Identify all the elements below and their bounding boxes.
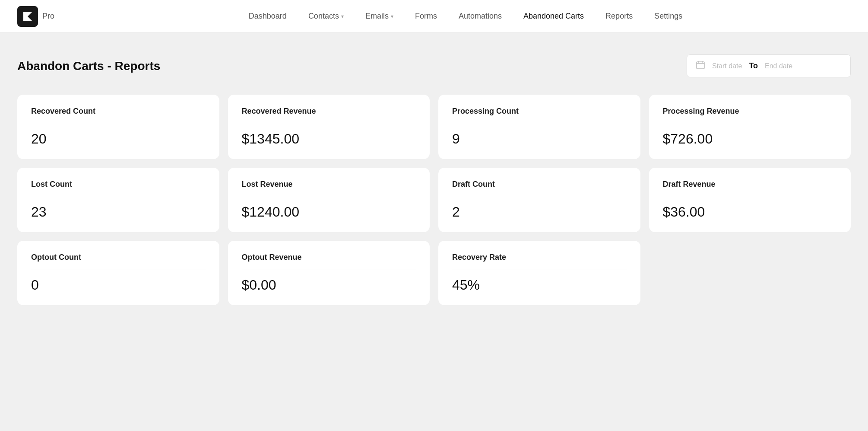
metric-value-lost-revenue: $1240.00 bbox=[242, 204, 416, 220]
metric-label-draft-count: Draft Count bbox=[452, 180, 627, 196]
page-title: Abandon Carts - Reports bbox=[17, 59, 160, 73]
metric-label-optout-count: Optout Count bbox=[31, 253, 206, 269]
metrics-row-3: Optout Count 0 Optout Revenue $0.00 Reco… bbox=[17, 241, 851, 305]
metric-value-processing-revenue: $726.00 bbox=[663, 131, 837, 147]
metric-value-optout-count: 0 bbox=[31, 277, 206, 293]
metric-value-recovery-rate: 45% bbox=[452, 277, 627, 293]
nav-links: Dashboard Contacts ▾ Emails ▾ Forms Auto… bbox=[80, 12, 851, 21]
metrics-row-2: Lost Count 23 Lost Revenue $1240.00 Draf… bbox=[17, 168, 851, 232]
metric-label-draft-revenue: Draft Revenue bbox=[663, 180, 837, 196]
metric-label-optout-revenue: Optout Revenue bbox=[242, 253, 416, 269]
logo-icon bbox=[17, 6, 38, 27]
nav-item-dashboard[interactable]: Dashboard bbox=[249, 12, 287, 21]
metric-value-recovered-count: 20 bbox=[31, 131, 206, 147]
metric-card-processing-revenue: Processing Revenue $726.00 bbox=[649, 95, 851, 159]
chevron-down-icon: ▾ bbox=[341, 13, 344, 19]
metric-value-draft-count: 2 bbox=[452, 204, 627, 220]
logo-pro-label: Pro bbox=[42, 12, 54, 21]
nav-item-abandoned-carts[interactable]: Abandoned Carts bbox=[523, 12, 584, 21]
metric-card-draft-count: Draft Count 2 bbox=[438, 168, 640, 232]
metrics-row-1: Recovered Count 20 Recovered Revenue $13… bbox=[17, 95, 851, 159]
metric-card-recovered-count: Recovered Count 20 bbox=[17, 95, 219, 159]
metric-label-recovered-count: Recovered Count bbox=[31, 107, 206, 123]
nav-label-forms: Forms bbox=[415, 12, 437, 21]
metric-value-processing-count: 9 bbox=[452, 131, 627, 147]
nav-label-reports: Reports bbox=[605, 12, 633, 21]
nav-label-settings: Settings bbox=[654, 12, 682, 21]
date-range-picker[interactable]: Start date To End date bbox=[687, 54, 851, 77]
nav-label-automations: Automations bbox=[459, 12, 502, 21]
metric-value-optout-revenue: $0.00 bbox=[242, 277, 416, 293]
metric-card-draft-revenue: Draft Revenue $36.00 bbox=[649, 168, 851, 232]
navbar: Pro Dashboard Contacts ▾ Emails ▾ Forms … bbox=[0, 0, 868, 33]
metric-label-lost-count: Lost Count bbox=[31, 180, 206, 196]
metrics-container: Recovered Count 20 Recovered Revenue $13… bbox=[17, 95, 851, 305]
nav-label-dashboard: Dashboard bbox=[249, 12, 287, 21]
nav-label-emails: Emails bbox=[365, 12, 389, 21]
nav-item-forms[interactable]: Forms bbox=[415, 12, 437, 21]
chevron-down-icon: ▾ bbox=[391, 13, 393, 19]
metric-card-lost-revenue: Lost Revenue $1240.00 bbox=[228, 168, 430, 232]
page-header: Abandon Carts - Reports Start date To En… bbox=[17, 54, 851, 77]
end-date-input[interactable]: End date bbox=[765, 62, 792, 70]
metric-card-lost-count: Lost Count 23 bbox=[17, 168, 219, 232]
nav-item-settings[interactable]: Settings bbox=[654, 12, 682, 21]
date-separator: To bbox=[749, 61, 758, 70]
metric-card-optout-count: Optout Count 0 bbox=[17, 241, 219, 305]
calendar-icon bbox=[696, 60, 705, 72]
metric-value-draft-revenue: $36.00 bbox=[663, 204, 837, 220]
metric-label-recovered-revenue: Recovered Revenue bbox=[242, 107, 416, 123]
svg-rect-0 bbox=[697, 62, 704, 69]
nav-item-emails[interactable]: Emails ▾ bbox=[365, 12, 393, 21]
logo[interactable]: Pro bbox=[17, 6, 54, 27]
metric-card-optout-revenue: Optout Revenue $0.00 bbox=[228, 241, 430, 305]
metric-label-processing-count: Processing Count bbox=[452, 107, 627, 123]
metric-card-processing-count: Processing Count 9 bbox=[438, 95, 640, 159]
nav-item-reports[interactable]: Reports bbox=[605, 12, 633, 21]
metric-value-lost-count: 23 bbox=[31, 204, 206, 220]
nav-item-contacts[interactable]: Contacts ▾ bbox=[308, 12, 344, 21]
metric-label-lost-revenue: Lost Revenue bbox=[242, 180, 416, 196]
nav-label-contacts: Contacts bbox=[308, 12, 339, 21]
nav-label-abandoned-carts: Abandoned Carts bbox=[523, 12, 584, 21]
metric-label-processing-revenue: Processing Revenue bbox=[663, 107, 837, 123]
main-content: Abandon Carts - Reports Start date To En… bbox=[0, 33, 868, 327]
metric-label-recovery-rate: Recovery Rate bbox=[452, 253, 627, 269]
nav-item-automations[interactable]: Automations bbox=[459, 12, 502, 21]
metric-value-recovered-revenue: $1345.00 bbox=[242, 131, 416, 147]
start-date-input[interactable]: Start date bbox=[712, 62, 742, 70]
metric-card-recovery-rate: Recovery Rate 45% bbox=[438, 241, 640, 305]
metric-card-recovered-revenue: Recovered Revenue $1345.00 bbox=[228, 95, 430, 159]
